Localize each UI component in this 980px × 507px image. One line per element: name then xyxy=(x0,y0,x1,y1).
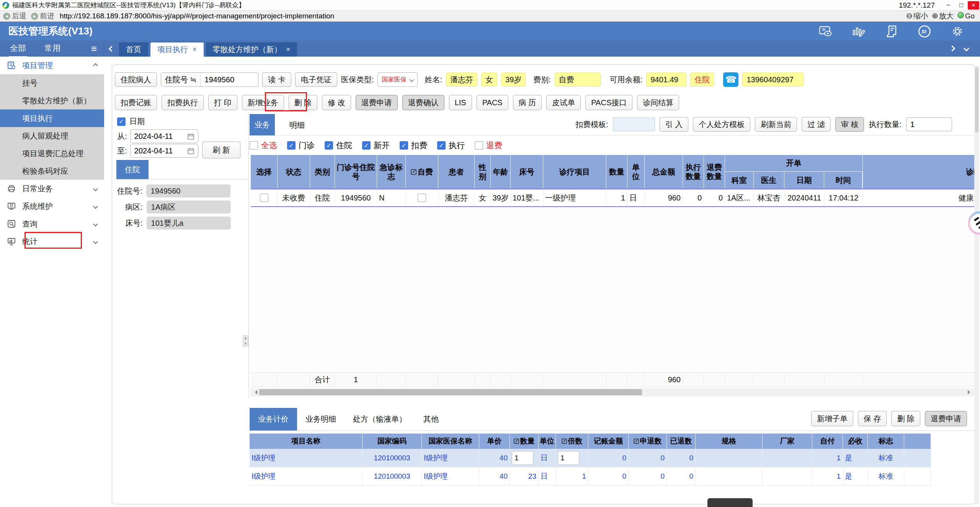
exec-qty-input[interactable] xyxy=(906,117,952,131)
delete-button[interactable]: 删 除 xyxy=(891,411,920,426)
refund-apply-button[interactable]: 退费申请 xyxy=(356,95,398,110)
forward-icon[interactable]: ► xyxy=(31,13,38,20)
multiple-input[interactable] xyxy=(558,451,579,465)
mini-scrollbar[interactable]: ▲▼ xyxy=(243,335,248,347)
tab-scroll-left-icon[interactable] xyxy=(104,41,119,57)
charge-execute-button[interactable]: 扣费执行 xyxy=(162,95,204,110)
date-from-input[interactable]: 2024-04-11 xyxy=(130,129,198,143)
sidebar-section-system-maintenance[interactable]: 系统维护 xyxy=(0,197,104,215)
sidebar-item-registration[interactable]: 挂号 xyxy=(0,74,104,92)
self-pay-checkbox[interactable] xyxy=(418,194,426,202)
sidebar-tab-all[interactable]: 全部 xyxy=(10,43,26,54)
sidebar-item-project-implementation[interactable]: 项目执行 xyxy=(0,109,104,127)
si-card-eye-icon[interactable]: SI xyxy=(819,25,832,38)
filter-select-all[interactable]: 全选 xyxy=(250,140,277,151)
settings-gear-icon[interactable] xyxy=(951,25,964,38)
skin-test-button[interactable]: 皮试单 xyxy=(546,95,581,110)
refresh-button[interactable]: 刷 新 xyxy=(202,142,240,158)
sidebar-section-daily-business[interactable]: 日常业务 xyxy=(0,180,104,197)
admission-number-input[interactable] xyxy=(201,75,258,84)
receipt-icon[interactable] xyxy=(885,25,898,38)
qty-input[interactable] xyxy=(512,451,533,465)
tab-project-implementation[interactable]: 项目执行× xyxy=(150,42,204,57)
clinic-settlement-button[interactable]: 诊间结算 xyxy=(637,95,679,110)
import-button[interactable]: 引 入 xyxy=(660,117,689,132)
scrollbar-thumb[interactable] xyxy=(259,389,642,395)
pacs-button[interactable]: PACS xyxy=(477,95,508,110)
insurance-type-select[interactable]: 国家医保 xyxy=(377,72,418,87)
filter-outpatient[interactable]: 门诊 xyxy=(287,140,315,151)
date-to-input[interactable]: 2024-04-11 xyxy=(130,144,198,158)
chart-edit-icon[interactable] xyxy=(852,25,865,38)
modify-button[interactable]: 修 改 xyxy=(322,95,351,110)
filter-new[interactable]: 新开 xyxy=(362,140,390,151)
add-business-button[interactable]: 新增业务 xyxy=(242,95,284,110)
tab-close-icon[interactable]: × xyxy=(286,46,291,54)
read-card-button[interactable]: 读 卡 xyxy=(262,72,291,87)
sidebar-item-refund-summary[interactable]: 项目退费汇总处理 xyxy=(0,145,104,162)
tab-business-detail[interactable]: 业务明细 xyxy=(297,408,345,430)
table-row-selected[interactable]: 未收费 住院 1949560 N 潘志芬 女 39岁 101婴... 一级护理 … xyxy=(251,189,974,207)
e-certificate-button[interactable]: 电子凭证 xyxy=(295,72,337,87)
medical-record-button[interactable]: 病 历 xyxy=(513,95,542,110)
detail-tab[interactable]: 明细 xyxy=(289,120,305,130)
filter-refund[interactable]: 退费 xyxy=(475,140,502,151)
refund-confirm-button[interactable]: 退费确认 xyxy=(402,95,444,110)
date-checkbox[interactable] xyxy=(117,117,126,126)
forward-button[interactable]: 前进 xyxy=(40,11,54,21)
refund-checkbox[interactable] xyxy=(475,141,483,150)
tab-other[interactable]: 其他 xyxy=(415,408,447,430)
si-circle-icon[interactable]: SI xyxy=(918,25,931,38)
outpatient-checkbox[interactable] xyxy=(287,141,296,150)
pricing-row[interactable]: Ⅰ级护理 120100003 Ⅰ级护理 40 23 日 1 0 0 0 1 是 … xyxy=(250,467,931,486)
personal-template-button[interactable]: 个人处方模板 xyxy=(693,117,750,132)
inpatient-tab[interactable]: 住院 xyxy=(116,160,149,179)
close-button[interactable]: × xyxy=(968,1,979,10)
lis-button[interactable]: LIS xyxy=(449,95,472,110)
charge-checkbox[interactable] xyxy=(400,141,408,150)
sidebar-item-prescription-maintenance[interactable]: 零散处方维护（新） xyxy=(0,92,104,109)
add-sub-order-button[interactable]: 新增子单 xyxy=(811,411,853,426)
scroll-left-icon[interactable] xyxy=(253,390,257,395)
filter-execute[interactable]: 执行 xyxy=(437,140,465,151)
tab-business-pricing[interactable]: 业务计价 xyxy=(250,408,297,430)
filter-button[interactable]: 过 滤 xyxy=(802,117,831,132)
save-button[interactable]: 保 存 xyxy=(858,411,887,426)
scrollbar-thumb[interactable] xyxy=(975,67,978,132)
sidebar-section-project-management[interactable]: 项目管理 xyxy=(0,57,104,74)
new-checkbox[interactable] xyxy=(362,141,371,150)
print-button[interactable]: 打 印 xyxy=(208,95,237,110)
restore-button[interactable]: □ xyxy=(955,0,968,10)
delete-button[interactable]: 删 除 xyxy=(289,95,318,110)
cell-status[interactable]: 未收费 xyxy=(278,189,310,206)
tab-scroll-right-icon[interactable] xyxy=(950,45,954,52)
refresh-current-button[interactable]: 刷新当前 xyxy=(755,117,797,132)
sidebar-item-patient-observation[interactable]: 病人留观处理 xyxy=(0,127,104,145)
row-checkbox[interactable] xyxy=(260,194,268,202)
tab-close-icon[interactable]: × xyxy=(193,46,197,54)
patient-type-button[interactable]: 住院病人 xyxy=(115,72,157,87)
filter-inpatient[interactable]: 住院 xyxy=(325,140,352,151)
inpatient-checkbox[interactable] xyxy=(325,141,333,150)
url-text[interactable]: http://192.168.189.187:8000/his-yj/app/#… xyxy=(60,12,334,20)
horizontal-scrollbar[interactable] xyxy=(251,388,974,396)
scroll-right-icon[interactable] xyxy=(968,390,972,395)
phone-icon[interactable]: ☎ xyxy=(723,72,738,87)
filter-charge[interactable]: 扣费 xyxy=(400,140,427,151)
minimize-button[interactable]: − xyxy=(942,0,955,10)
execute-checkbox[interactable] xyxy=(437,141,446,150)
sidebar-section-statistics[interactable]: 统计 xyxy=(0,233,104,250)
back-icon[interactable]: ◄ xyxy=(3,13,10,20)
pricing-row-selected[interactable]: Ⅰ级护理 120100003 Ⅰ级护理 40 日 0 0 0 1 是 标准 xyxy=(250,449,931,467)
select-all-checkbox[interactable] xyxy=(250,141,258,150)
sidebar-item-barcode-matching[interactable]: 检验条码对应 xyxy=(0,162,104,180)
tab-prescription-maintenance[interactable]: 零散处方维护（新）× xyxy=(206,42,297,57)
refund-apply-button[interactable]: 退费申请 xyxy=(925,411,967,426)
pacs-interface-button[interactable]: PACS接口 xyxy=(585,95,632,110)
tab-list-dropdown-icon[interactable] xyxy=(964,45,969,52)
tab-home[interactable]: 首页 xyxy=(119,42,148,57)
go-button[interactable]: Go xyxy=(957,12,975,20)
audit-button[interactable]: 审 核 xyxy=(835,117,864,132)
zoom-in-button[interactable]: ⊕放大 xyxy=(932,11,954,21)
sidebar-section-query[interactable]: 查询 xyxy=(0,215,104,233)
